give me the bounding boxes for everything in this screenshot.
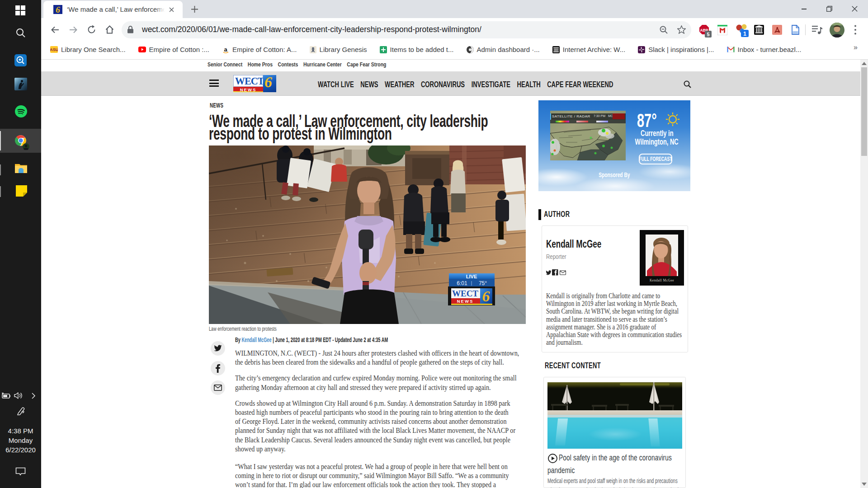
- svg-text:Kеndall McGее: Kеndall McGее: [650, 278, 674, 282]
- svg-text:75°: 75°: [479, 280, 487, 286]
- svg-text:1: 1: [743, 31, 746, 37]
- svg-text:ASU: ASU: [50, 47, 58, 52]
- svg-text:6: 6: [56, 5, 60, 14]
- svg-text:|: |: [471, 280, 472, 286]
- svg-text:5: 5: [707, 32, 709, 37]
- svg-text:LIVE: LIVE: [466, 274, 477, 279]
- svg-text:6: 6: [482, 288, 490, 305]
- svg-text:a: a: [224, 46, 227, 53]
- svg-text:NEWS: NEWS: [457, 299, 474, 304]
- svg-text:WECT: WECT: [452, 289, 478, 298]
- svg-text:6:01: 6:01: [457, 280, 467, 286]
